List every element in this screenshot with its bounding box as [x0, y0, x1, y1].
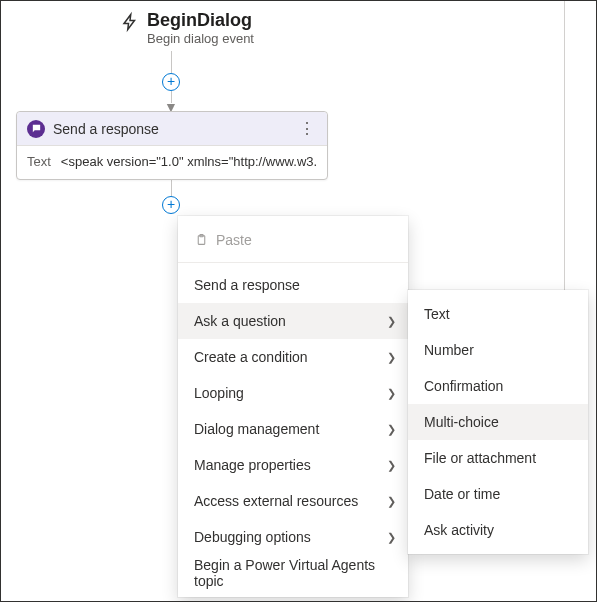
- flow-canvas[interactable]: ▼ BeginDialog Begin dialog event + Send …: [1, 1, 596, 601]
- menu-item[interactable]: Begin a Power Virtual Agents topic: [178, 555, 408, 591]
- node-body-label: Text: [27, 154, 51, 169]
- submenu-item-label: Number: [424, 342, 576, 358]
- chevron-right-icon: ❯: [387, 387, 396, 400]
- menu-item[interactable]: Dialog management❯: [178, 411, 408, 447]
- action-node-send-response[interactable]: Send a response ⋮ Text <speak version="1…: [16, 111, 328, 180]
- menu-item-label: Looping: [194, 385, 387, 401]
- menu-item[interactable]: Manage properties❯: [178, 447, 408, 483]
- menu-item-label: Ask a question: [194, 313, 387, 329]
- menu-item-label: Send a response: [194, 277, 396, 293]
- lightning-icon: [121, 11, 139, 37]
- menu-item-label: Dialog management: [194, 421, 387, 437]
- menu-item-label: Debugging options: [194, 529, 387, 545]
- submenu-item-label: Ask activity: [424, 522, 576, 538]
- menu-item[interactable]: Send a response: [178, 267, 408, 303]
- menu-item[interactable]: Debugging options❯: [178, 519, 408, 555]
- menu-item-label: Begin a Power Virtual Agents topic: [194, 557, 396, 589]
- submenu-item-label: Text: [424, 306, 576, 322]
- chevron-right-icon: ❯: [387, 495, 396, 508]
- menu-item[interactable]: Looping❯: [178, 375, 408, 411]
- submenu-item[interactable]: Text: [408, 296, 588, 332]
- connector-line: [171, 51, 172, 73]
- node-body-value: <speak version="1.0" xmlns="http://www.w…: [61, 154, 317, 169]
- menu-item-label: Manage properties: [194, 457, 387, 473]
- node-title: Send a response: [53, 121, 295, 137]
- submenu-item[interactable]: Multi-choice: [408, 404, 588, 440]
- trigger-block[interactable]: BeginDialog Begin dialog event: [121, 9, 254, 47]
- trigger-title: BeginDialog: [147, 9, 254, 31]
- menu-item-label: Access external resources: [194, 493, 387, 509]
- trigger-subtitle: Begin dialog event: [147, 31, 254, 47]
- menu-item[interactable]: Ask a question❯: [178, 303, 408, 339]
- submenu-item-label: File or attachment: [424, 450, 576, 466]
- chevron-right-icon: ❯: [387, 423, 396, 436]
- chevron-right-icon: ❯: [387, 531, 396, 544]
- node-body[interactable]: Text <speak version="1.0" xmlns="http://…: [17, 146, 327, 179]
- menu-divider: [178, 262, 408, 263]
- action-context-menu: Paste Send a responseAsk a question❯Crea…: [178, 216, 408, 597]
- submenu-item[interactable]: File or attachment: [408, 440, 588, 476]
- submenu-item[interactable]: Ask activity: [408, 512, 588, 548]
- paste-icon: [194, 233, 208, 247]
- add-action-button[interactable]: +: [162, 196, 180, 214]
- menu-item[interactable]: Create a condition❯: [178, 339, 408, 375]
- question-type-submenu: TextNumberConfirmationMulti-choiceFile o…: [408, 290, 588, 554]
- chevron-right-icon: ❯: [387, 351, 396, 364]
- submenu-item[interactable]: Date or time: [408, 476, 588, 512]
- submenu-item-label: Multi-choice: [424, 414, 576, 430]
- submenu-item[interactable]: Confirmation: [408, 368, 588, 404]
- menu-item-label: Create a condition: [194, 349, 387, 365]
- more-icon[interactable]: ⋮: [295, 119, 319, 138]
- chevron-right-icon: ❯: [387, 459, 396, 472]
- add-action-button[interactable]: +: [162, 73, 180, 91]
- node-header[interactable]: Send a response ⋮: [17, 112, 327, 146]
- chat-icon: [27, 120, 45, 138]
- menu-item[interactable]: Access external resources❯: [178, 483, 408, 519]
- content-divider: [564, 1, 565, 291]
- submenu-item[interactable]: Number: [408, 332, 588, 368]
- submenu-item-label: Date or time: [424, 486, 576, 502]
- chevron-right-icon: ❯: [387, 315, 396, 328]
- menu-item-paste: Paste: [178, 222, 408, 258]
- submenu-item-label: Confirmation: [424, 378, 576, 394]
- connector-line: [171, 177, 172, 197]
- menu-item-label: Paste: [216, 232, 396, 248]
